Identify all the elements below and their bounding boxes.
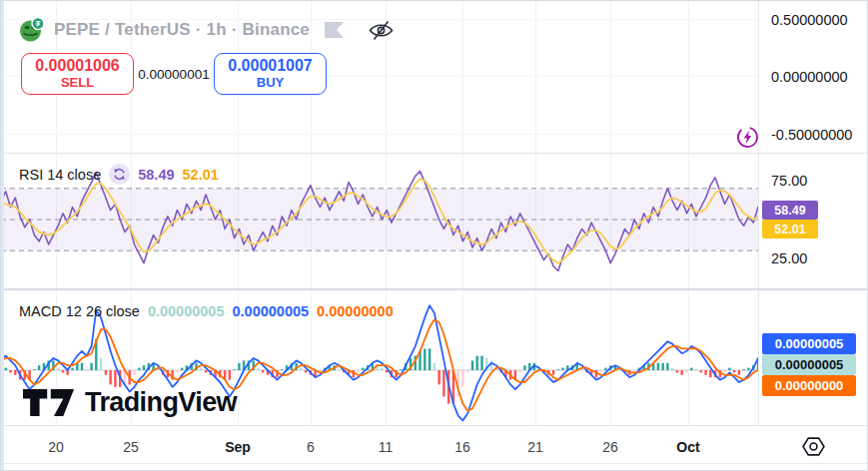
eye-hidden-icon[interactable] xyxy=(368,19,395,42)
time-axis-label: 6 xyxy=(307,439,315,455)
macd-line-value: 0.00000005 xyxy=(233,303,310,319)
time-axis[interactable]: 2025Sep611162126Oct xyxy=(1,425,868,464)
sell-label: SELL xyxy=(61,76,94,91)
price-axis-label: -0.50000000 xyxy=(771,127,852,143)
macd-signal-value: 0.00000000 xyxy=(317,303,394,319)
refresh-icon[interactable] xyxy=(109,164,130,185)
macd-histogram-badge: 0.00000005 xyxy=(762,354,856,375)
pane-divider[interactable] xyxy=(1,288,868,290)
sell-price: 0.00001006 xyxy=(35,57,120,75)
rsi-value: 58.49 xyxy=(138,167,174,183)
buy-label: BUY xyxy=(257,76,284,91)
chart-widget: ₮ PEPE / TetherUS · 1h · Binance 0.00001… xyxy=(0,0,868,471)
macd-histogram-value: 0.00000005 xyxy=(148,303,225,319)
tradingview-logo-text: TradingView xyxy=(85,387,237,418)
rsi-axis-tick: 75.00 xyxy=(771,173,807,189)
price-scale-separator xyxy=(758,1,759,464)
macd-line-badge: 0.00000005 xyxy=(762,333,856,354)
rsi-axis-tick: 25.00 xyxy=(771,250,807,266)
time-axis-label: Oct xyxy=(676,439,699,455)
time-axis-label: 11 xyxy=(379,439,394,455)
macd-signal-badge: 0.00000000 xyxy=(762,375,856,396)
tradingview-branding[interactable]: TradingView xyxy=(23,387,237,418)
tether-badge-icon: ₮ xyxy=(36,19,41,28)
time-axis-label: 20 xyxy=(48,439,64,455)
time-axis-label: 25 xyxy=(123,439,139,455)
buy-price: 0.00001007 xyxy=(228,57,313,75)
price-axis-label: 0.00000000 xyxy=(771,69,848,85)
symbol-title: PEPE / TetherUS · 1h · Binance xyxy=(54,20,310,40)
time-axis-label: Sep xyxy=(225,439,251,455)
time-axis-label: 16 xyxy=(454,439,470,455)
rsi-ma-price-badge: 52.01 xyxy=(762,220,818,238)
tradingview-logo-icon xyxy=(23,388,75,417)
buy-button[interactable]: 0.00001007 BUY xyxy=(214,53,327,95)
left-edge-accent xyxy=(1,1,4,471)
rsi-ma-value: 52.01 xyxy=(183,167,219,183)
spread-value: 0.00000001 xyxy=(134,67,214,82)
pepe-pair-logo: ₮ xyxy=(19,17,45,43)
time-axis-label: 26 xyxy=(602,439,618,455)
sell-button[interactable]: 0.00001006 SELL xyxy=(21,53,134,95)
flag-icon[interactable] xyxy=(325,21,345,39)
time-axis-label: 21 xyxy=(527,439,543,455)
timezone-settings-icon[interactable] xyxy=(802,436,825,461)
instant-trading-lightning-icon[interactable] xyxy=(735,125,760,154)
rsi-indicator-title[interactable]: RSI 14 close xyxy=(19,167,101,183)
macd-indicator-title[interactable]: MACD 12 26 close xyxy=(19,303,140,319)
gridline xyxy=(1,134,758,135)
price-axis-label: 0.50000000 xyxy=(771,12,848,28)
rsi-price-badge: 58.49 xyxy=(762,201,818,220)
